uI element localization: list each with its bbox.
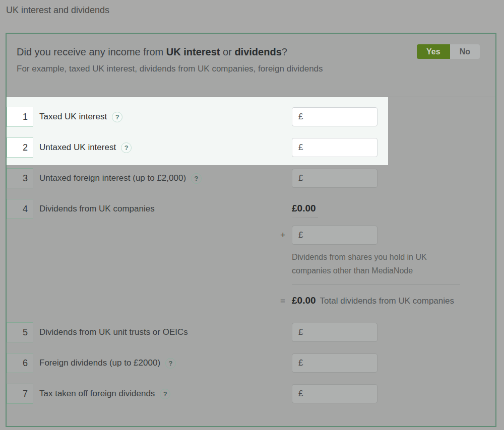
- row-label: Untaxed foreign interest (up to £2,000): [39, 168, 186, 188]
- foreign-dividends-input[interactable]: [306, 358, 371, 368]
- row-number: 6: [7, 353, 33, 373]
- currency-prefix: £: [298, 230, 303, 240]
- total-dividends-value: £0.00: [292, 295, 316, 306]
- yes-button[interactable]: Yes: [417, 44, 450, 59]
- row-label: Tax taken off foreign dividends: [39, 384, 155, 404]
- row-label: Dividends from UK companies: [39, 199, 155, 219]
- row-label: Dividends from UK unit trusts or OEICs: [39, 322, 188, 342]
- tax-foreign-dividends-field[interactable]: £: [292, 384, 377, 403]
- equals-symbol: =: [280, 296, 285, 306]
- row-number: 5: [7, 322, 33, 342]
- currency-prefix: £: [298, 142, 303, 153]
- row-dividends-uk-companies: 4 Dividends from UK companies £0.00 + £ …: [7, 199, 495, 306]
- question-bold-dividends: dividends: [234, 46, 281, 57]
- additional-dividends-row: + £: [292, 226, 495, 245]
- dividends-unit-trusts-field[interactable]: £: [292, 323, 377, 342]
- plus-symbol: +: [280, 230, 286, 241]
- question-part: Did you receive any income from: [17, 46, 166, 57]
- currency-prefix: £: [298, 327, 303, 337]
- dividends-amount-display[interactable]: £0.00: [292, 203, 318, 218]
- row-untaxed-foreign-interest: 3 Untaxed foreign interest (up to £2,000…: [7, 168, 495, 188]
- currency-prefix: £: [298, 389, 303, 399]
- row-number: 7: [7, 384, 33, 404]
- row-label: Taxed UK interest: [39, 107, 107, 127]
- row-number: 4: [7, 199, 33, 219]
- foreign-dividends-field[interactable]: £: [292, 353, 377, 373]
- help-icon[interactable]: ?: [121, 142, 132, 153]
- total-dividends-row: = £0.00 Total dividends from UK companie…: [292, 295, 495, 306]
- row-tax-foreign-dividends: 7 Tax taken off foreign dividends ? £: [7, 384, 495, 404]
- question-part: or: [220, 46, 235, 57]
- other-dividends-input[interactable]: [306, 230, 371, 240]
- uk-interest-dividends-panel: Did you receive any income from UK inter…: [6, 33, 496, 427]
- help-icon[interactable]: ?: [160, 389, 170, 399]
- help-icon[interactable]: ?: [112, 112, 122, 122]
- tax-foreign-dividends-input[interactable]: [306, 389, 371, 399]
- row-label: Foreign dividends (up to £2000): [39, 353, 160, 373]
- other-dividends-field[interactable]: £: [292, 226, 377, 245]
- untaxed-foreign-interest-field[interactable]: £: [292, 169, 377, 188]
- row-number: 1: [7, 107, 33, 127]
- page-title: UK interest and dividends: [6, 5, 109, 16]
- question-text: Did you receive any income from UK inter…: [17, 46, 329, 58]
- question-header: Did you receive any income from UK inter…: [7, 34, 495, 97]
- spotlight-highlight-region: 1 Taxed UK interest ? £ 2 Untaxed UK int…: [7, 97, 388, 165]
- dividends-unit-trusts-input[interactable]: [306, 327, 371, 337]
- help-icon[interactable]: ?: [165, 358, 176, 369]
- yes-no-toggle: Yes No: [417, 44, 480, 59]
- row-number: 3: [7, 168, 33, 188]
- question-hint: For example, taxed UK interest, dividend…: [17, 61, 339, 77]
- row-taxed-uk-interest: 1 Taxed UK interest ? £: [7, 107, 388, 127]
- untaxed-uk-interest-input[interactable]: [306, 142, 371, 153]
- row-untaxed-uk-interest: 2 Untaxed UK interest ? £: [7, 137, 388, 158]
- currency-prefix: £: [298, 112, 303, 122]
- other-dividends-note: Dividends from shares you hold in UK com…: [292, 250, 466, 277]
- question-part: ?: [282, 46, 287, 57]
- untaxed-foreign-interest-input[interactable]: [306, 173, 371, 183]
- row-number: 2: [7, 137, 33, 158]
- currency-prefix: £: [298, 358, 303, 368]
- no-button[interactable]: No: [450, 44, 480, 59]
- question-bold-uk-interest: UK interest: [166, 46, 220, 57]
- sum-divider: [292, 284, 460, 285]
- row-label: Untaxed UK interest: [39, 137, 116, 158]
- total-dividends-label: Total dividends from UK companies: [320, 296, 454, 306]
- taxed-uk-interest-field[interactable]: £: [292, 107, 377, 126]
- help-icon[interactable]: ?: [191, 173, 202, 184]
- currency-prefix: £: [298, 173, 303, 183]
- row-dividends-unit-trusts: 5 Dividends from UK unit trusts or OEICs…: [7, 322, 495, 342]
- taxed-uk-interest-input[interactable]: [306, 112, 371, 122]
- row-foreign-dividends: 6 Foreign dividends (up to £2000) ? £: [7, 353, 495, 373]
- untaxed-uk-interest-field[interactable]: £: [292, 138, 377, 157]
